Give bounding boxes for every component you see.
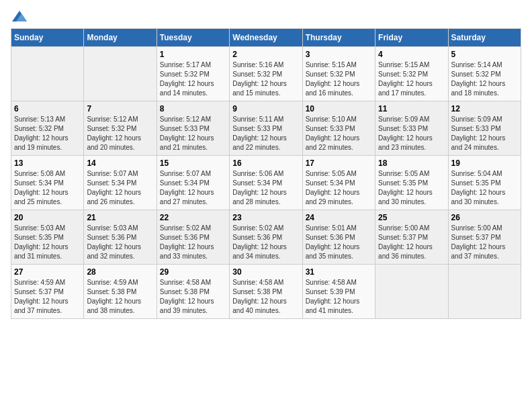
day-info: Sunrise: 4:58 AM Sunset: 5:38 PM Dayligh… (232, 278, 299, 316)
day-info: Sunrise: 5:00 AM Sunset: 5:37 PM Dayligh… (378, 224, 445, 261)
day-cell: 28Sunrise: 4:59 AM Sunset: 5:38 PM Dayli… (84, 265, 157, 319)
day-cell: 13Sunrise: 5:08 AM Sunset: 5:34 PM Dayli… (11, 156, 84, 210)
header-tuesday: Tuesday (157, 29, 229, 47)
day-number: 29 (160, 267, 226, 277)
header-saturday: Saturday (448, 29, 521, 47)
calendar: SundayMondayTuesdayWednesdayThursdayFrid… (11, 28, 521, 319)
day-cell: 22Sunrise: 5:02 AM Sunset: 5:36 PM Dayli… (157, 210, 229, 265)
day-cell: 15Sunrise: 5:07 AM Sunset: 5:34 PM Dayli… (157, 156, 229, 210)
week-row-4: 20Sunrise: 5:03 AM Sunset: 5:35 PM Dayli… (11, 210, 521, 265)
day-number: 12 (451, 104, 518, 113)
day-cell: 19Sunrise: 5:04 AM Sunset: 5:35 PM Dayli… (448, 156, 521, 210)
day-number: 3 (306, 50, 372, 59)
day-cell: 17Sunrise: 5:05 AM Sunset: 5:34 PM Dayli… (302, 156, 375, 210)
header-monday: Monday (84, 29, 157, 47)
day-number: 2 (232, 50, 299, 59)
day-number: 31 (306, 267, 372, 277)
day-number: 10 (306, 104, 372, 113)
day-info: Sunrise: 5:06 AM Sunset: 5:34 PM Dayligh… (232, 169, 299, 207)
day-info: Sunrise: 5:09 AM Sunset: 5:33 PM Dayligh… (378, 115, 445, 152)
day-info: Sunrise: 5:12 AM Sunset: 5:32 PM Dayligh… (87, 115, 153, 152)
day-number: 22 (160, 213, 226, 222)
day-cell: 3Sunrise: 5:15 AM Sunset: 5:32 PM Daylig… (302, 47, 375, 101)
header (11, 11, 521, 21)
day-info: Sunrise: 5:03 AM Sunset: 5:35 PM Dayligh… (14, 224, 81, 261)
day-cell: 21Sunrise: 5:03 AM Sunset: 5:36 PM Dayli… (84, 210, 157, 265)
day-number: 16 (232, 158, 299, 168)
day-cell: 16Sunrise: 5:06 AM Sunset: 5:34 PM Dayli… (230, 156, 302, 210)
day-info: Sunrise: 5:13 AM Sunset: 5:32 PM Dayligh… (14, 115, 81, 152)
day-info: Sunrise: 5:01 AM Sunset: 5:36 PM Dayligh… (306, 224, 372, 261)
header-wednesday: Wednesday (230, 29, 302, 47)
day-cell: 8Sunrise: 5:12 AM Sunset: 5:33 PM Daylig… (157, 101, 229, 156)
day-info: Sunrise: 5:10 AM Sunset: 5:33 PM Dayligh… (306, 115, 372, 152)
day-cell: 7Sunrise: 5:12 AM Sunset: 5:32 PM Daylig… (84, 101, 157, 156)
day-cell: 20Sunrise: 5:03 AM Sunset: 5:35 PM Dayli… (11, 210, 84, 265)
day-cell: 27Sunrise: 4:59 AM Sunset: 5:37 PM Dayli… (11, 265, 84, 319)
calendar-header-row: SundayMondayTuesdayWednesdayThursdayFrid… (11, 29, 521, 47)
day-number: 21 (87, 213, 153, 222)
day-number: 20 (14, 213, 81, 222)
day-number: 4 (378, 50, 445, 59)
day-number: 24 (306, 213, 372, 222)
day-cell: 6Sunrise: 5:13 AM Sunset: 5:32 PM Daylig… (11, 101, 84, 156)
day-info: Sunrise: 4:59 AM Sunset: 5:37 PM Dayligh… (14, 278, 81, 316)
day-cell: 31Sunrise: 4:58 AM Sunset: 5:39 PM Dayli… (302, 265, 375, 319)
day-number: 9 (232, 104, 299, 113)
day-info: Sunrise: 5:03 AM Sunset: 5:36 PM Dayligh… (87, 224, 153, 261)
day-cell (11, 47, 84, 101)
logo (11, 11, 27, 21)
day-cell: 14Sunrise: 5:07 AM Sunset: 5:34 PM Dayli… (84, 156, 157, 210)
day-number: 11 (378, 104, 445, 113)
day-number: 18 (378, 158, 445, 168)
logo-icon (12, 11, 27, 21)
day-cell: 11Sunrise: 5:09 AM Sunset: 5:33 PM Dayli… (375, 101, 448, 156)
day-info: Sunrise: 5:17 AM Sunset: 5:32 PM Dayligh… (160, 60, 226, 98)
day-info: Sunrise: 5:11 AM Sunset: 5:33 PM Dayligh… (232, 115, 299, 152)
day-cell: 30Sunrise: 4:58 AM Sunset: 5:38 PM Dayli… (230, 265, 302, 319)
day-cell: 25Sunrise: 5:00 AM Sunset: 5:37 PM Dayli… (375, 210, 448, 265)
day-number: 23 (232, 213, 299, 222)
day-info: Sunrise: 5:05 AM Sunset: 5:35 PM Dayligh… (378, 169, 445, 207)
day-info: Sunrise: 5:04 AM Sunset: 5:35 PM Dayligh… (451, 169, 518, 207)
day-number: 7 (87, 104, 153, 113)
day-number: 5 (451, 50, 518, 59)
day-info: Sunrise: 5:15 AM Sunset: 5:32 PM Dayligh… (378, 60, 445, 98)
day-cell: 10Sunrise: 5:10 AM Sunset: 5:33 PM Dayli… (302, 101, 375, 156)
header-friday: Friday (375, 29, 448, 47)
day-info: Sunrise: 5:12 AM Sunset: 5:33 PM Dayligh… (160, 115, 226, 152)
day-number: 17 (306, 158, 372, 168)
day-number: 30 (232, 267, 299, 277)
day-cell (84, 47, 157, 101)
day-info: Sunrise: 5:08 AM Sunset: 5:34 PM Dayligh… (14, 169, 81, 207)
day-number: 28 (87, 267, 153, 277)
day-number: 1 (160, 50, 226, 59)
day-cell: 2Sunrise: 5:16 AM Sunset: 5:32 PM Daylig… (230, 47, 302, 101)
day-cell: 24Sunrise: 5:01 AM Sunset: 5:36 PM Dayli… (302, 210, 375, 265)
day-info: Sunrise: 5:07 AM Sunset: 5:34 PM Dayligh… (160, 169, 226, 207)
day-cell: 4Sunrise: 5:15 AM Sunset: 5:32 PM Daylig… (375, 47, 448, 101)
day-number: 6 (14, 104, 81, 113)
day-info: Sunrise: 5:07 AM Sunset: 5:34 PM Dayligh… (87, 169, 153, 207)
day-info: Sunrise: 5:02 AM Sunset: 5:36 PM Dayligh… (160, 224, 226, 261)
day-info: Sunrise: 5:09 AM Sunset: 5:33 PM Dayligh… (451, 115, 518, 152)
day-cell: 12Sunrise: 5:09 AM Sunset: 5:33 PM Dayli… (448, 101, 521, 156)
day-cell: 1Sunrise: 5:17 AM Sunset: 5:32 PM Daylig… (157, 47, 229, 101)
day-number: 27 (14, 267, 81, 277)
day-info: Sunrise: 4:58 AM Sunset: 5:39 PM Dayligh… (306, 278, 372, 316)
day-cell: 18Sunrise: 5:05 AM Sunset: 5:35 PM Dayli… (375, 156, 448, 210)
week-row-5: 27Sunrise: 4:59 AM Sunset: 5:37 PM Dayli… (11, 265, 521, 319)
day-info: Sunrise: 4:59 AM Sunset: 5:38 PM Dayligh… (87, 278, 153, 316)
day-number: 13 (14, 158, 81, 168)
week-row-1: 1Sunrise: 5:17 AM Sunset: 5:32 PM Daylig… (11, 47, 521, 101)
day-info: Sunrise: 5:05 AM Sunset: 5:34 PM Dayligh… (306, 169, 372, 207)
week-row-3: 13Sunrise: 5:08 AM Sunset: 5:34 PM Dayli… (11, 156, 521, 210)
day-cell: 26Sunrise: 5:00 AM Sunset: 5:37 PM Dayli… (448, 210, 521, 265)
day-number: 26 (451, 213, 518, 222)
day-info: Sunrise: 5:00 AM Sunset: 5:37 PM Dayligh… (451, 224, 518, 261)
day-number: 19 (451, 158, 518, 168)
day-info: Sunrise: 5:16 AM Sunset: 5:32 PM Dayligh… (232, 60, 299, 98)
day-cell: 29Sunrise: 4:58 AM Sunset: 5:38 PM Dayli… (157, 265, 229, 319)
day-info: Sunrise: 4:58 AM Sunset: 5:38 PM Dayligh… (160, 278, 226, 316)
week-row-2: 6Sunrise: 5:13 AM Sunset: 5:32 PM Daylig… (11, 101, 521, 156)
